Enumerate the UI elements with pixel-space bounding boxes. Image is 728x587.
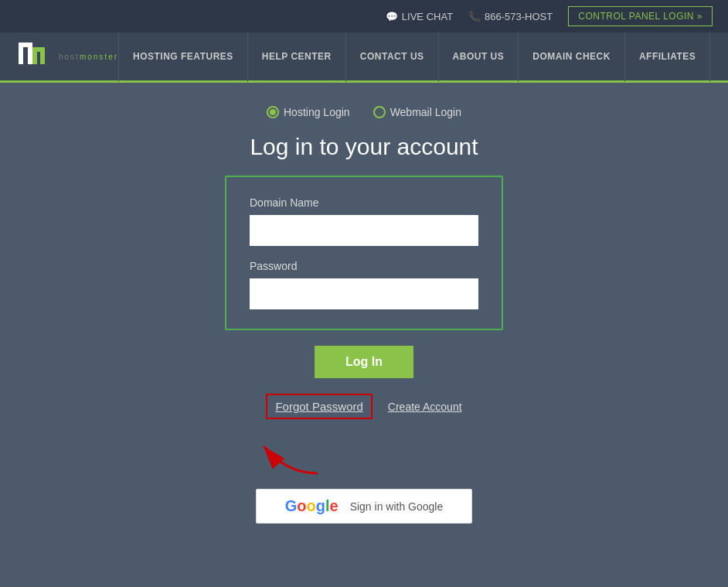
nav-help-center[interactable]: HELP CENTER	[248, 32, 346, 82]
create-account-link[interactable]: Create Account	[388, 401, 462, 413]
hosting-login-label: Hosting Login	[284, 106, 350, 118]
logo-icon	[15, 36, 56, 77]
arrow-svg	[240, 435, 333, 481]
forgot-password-container: Forgot Password	[266, 394, 372, 419]
top-bar: 💬 LIVE CHAT 📞 866-573-HOST CONTROL PANEL…	[0, 0, 728, 32]
webmail-login-radio[interactable]	[373, 106, 386, 118]
google-signin-label: Sign in with Google	[350, 500, 444, 513]
login-form-box: Domain Name Password	[225, 176, 503, 330]
login-button[interactable]: Log In	[315, 346, 413, 378]
nav-hosting-features[interactable]: HOSTING FEATURES	[118, 32, 248, 82]
control-panel-label: CONTROL PANEL LOGIN »	[578, 11, 702, 22]
domain-input[interactable]	[250, 215, 478, 246]
arrow-indicator	[225, 435, 503, 473]
svg-rect-2	[28, 43, 32, 64]
nav-domain-check[interactable]: DOMAIN CHECK	[519, 32, 625, 82]
phone-number: 866-573-HOST	[485, 11, 553, 22]
main-content: Hosting Login Webmail Login Log in to yo…	[0, 83, 728, 587]
logo[interactable]: hostmonster	[15, 36, 118, 77]
nav-about-us[interactable]: ABOUT US	[439, 32, 519, 82]
nav-affiliates[interactable]: AFFILIATES	[625, 32, 710, 82]
phone-icon: 📞	[468, 11, 481, 22]
domain-label: Domain Name	[250, 196, 478, 209]
hosting-login-radio[interactable]	[267, 106, 279, 118]
live-chat-link[interactable]: 💬 LIVE CHAT	[386, 11, 453, 22]
phone-link[interactable]: 📞 866-573-HOST	[468, 11, 553, 22]
links-row: Forgot Password Create Account	[266, 394, 461, 419]
forgot-password-link[interactable]: Forgot Password	[266, 394, 372, 419]
header: hostmonster HOSTING FEATURES HELP CENTER…	[0, 32, 728, 83]
webmail-login-label: Webmail Login	[390, 106, 461, 118]
chat-icon: 💬	[386, 11, 398, 22]
nav-contact-us[interactable]: CONTACT US	[346, 32, 439, 82]
control-panel-button[interactable]: CONTROL PANEL LOGIN »	[568, 6, 713, 26]
google-signin-button[interactable]: Google Sign in with Google	[256, 489, 472, 524]
google-g-icon: Google	[285, 497, 338, 515]
live-chat-label: LIVE CHAT	[402, 11, 453, 22]
login-title: Log in to your account	[250, 134, 478, 160]
svg-rect-5	[40, 47, 45, 64]
login-type-tabs: Hosting Login Webmail Login	[267, 106, 461, 118]
webmail-login-option[interactable]: Webmail Login	[373, 106, 461, 118]
password-label: Password	[250, 260, 478, 272]
main-nav: HOSTING FEATURES HELP CENTER CONTACT US …	[118, 32, 713, 82]
hosting-login-option[interactable]: Hosting Login	[267, 106, 350, 118]
password-input[interactable]	[250, 278, 478, 309]
logo-text: hostmonster	[59, 53, 118, 61]
